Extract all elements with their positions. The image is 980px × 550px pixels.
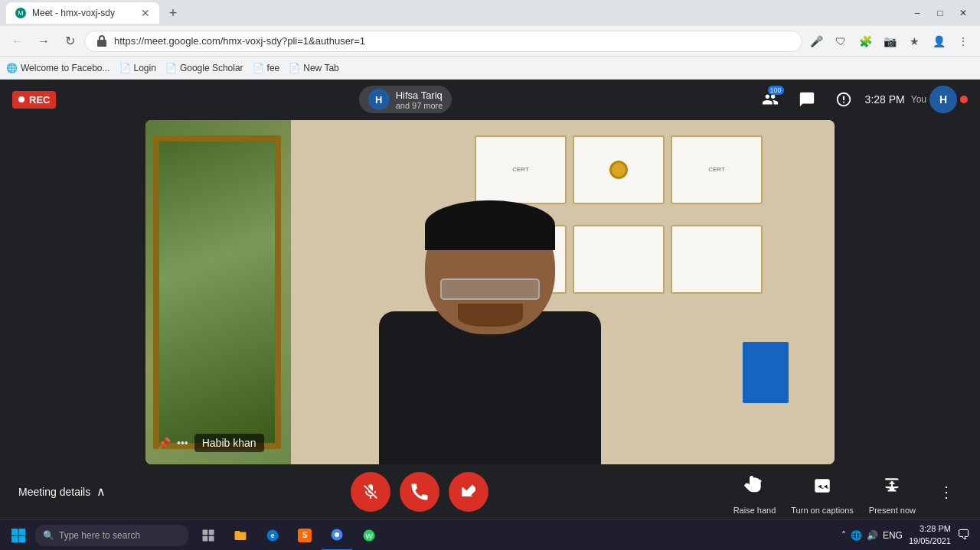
notification-button[interactable]: 🗨 xyxy=(957,527,971,543)
tray-arrow[interactable]: ˄ xyxy=(841,530,846,541)
participant-more: and 97 more xyxy=(396,101,443,110)
activities-icon xyxy=(835,91,852,108)
taskbar-app-edge[interactable]: e xyxy=(257,520,288,551)
chip-avatar: H xyxy=(368,89,390,110)
certificate-3: CERT xyxy=(671,135,763,204)
url-bar[interactable]: https://meet.google.com/hmx-voxj-sdy?pli… xyxy=(84,31,802,52)
maximize-button[interactable]: □ xyxy=(929,5,951,21)
activities-button[interactable] xyxy=(828,84,859,115)
svg-rect-5 xyxy=(209,529,214,535)
taskbar-app-chrome[interactable] xyxy=(322,520,352,551)
video-scene: CERT CERT xyxy=(145,120,835,464)
browser-frame: M Meet - hmx-voxj-sdy ✕ + – □ ✕ ← → ↻ ht… xyxy=(0,0,980,550)
taskbar-search[interactable]: 🔍 Type here to search xyxy=(35,525,188,546)
forward-button[interactable]: → xyxy=(32,30,55,53)
captions-icon-circle xyxy=(805,469,839,503)
svg-point-11 xyxy=(335,532,339,537)
bookmark-scholar[interactable]: 📄 Google Scholar xyxy=(165,63,243,73)
profile-icon[interactable]: 👤 xyxy=(928,31,949,52)
more-options-button[interactable]: ⋮ xyxy=(931,477,962,507)
more-options-video: ••• xyxy=(177,437,188,449)
bookmark-label-fee: fee xyxy=(267,63,280,73)
meeting-details-label: Meeting details xyxy=(18,486,90,498)
controls-center xyxy=(351,472,488,512)
svg-rect-1 xyxy=(19,529,26,535)
tab-favicon: M xyxy=(15,8,26,18)
bookmark-label-login: Login xyxy=(134,63,156,73)
svg-text:e: e xyxy=(271,532,275,539)
back-button[interactable]: ← xyxy=(6,30,29,53)
new-tab-button[interactable]: + xyxy=(162,2,184,24)
rec-badge: REC xyxy=(12,91,56,109)
taskbar-apps: e S W xyxy=(193,520,384,551)
bookmark-facebook[interactable]: 🌐 Welcome to Facebo... xyxy=(6,63,110,73)
participant-initial: H xyxy=(375,94,382,106)
captions-label: Turn on captions xyxy=(791,506,854,515)
person-body xyxy=(379,311,601,464)
bookmark-newtab[interactable]: 📄 New Tab xyxy=(289,63,338,73)
taskbar-app-app1[interactable]: S xyxy=(289,520,320,551)
header-right: 100 3:28 PM You H xyxy=(755,84,968,115)
participants-chip[interactable]: H Hifsa Tariq and 97 more xyxy=(359,86,452,113)
minimize-button[interactable]: – xyxy=(906,5,928,21)
svg-rect-7 xyxy=(209,535,214,541)
bookmark-icon[interactable]: ★ xyxy=(903,31,925,52)
whatsapp-icon: W xyxy=(362,529,376,542)
search-icon: 🔍 xyxy=(43,530,54,541)
user-avatar[interactable]: H xyxy=(929,86,957,113)
video-area: CERT CERT xyxy=(0,120,980,464)
tab-label: Meet - hmx-voxj-sdy xyxy=(32,8,115,18)
taskbar-app-explorer[interactable] xyxy=(225,520,256,551)
present-button[interactable]: Present now xyxy=(869,469,916,515)
bookmark-fee[interactable]: 📄 fee xyxy=(253,63,280,73)
nav-bar: ← → ↻ https://meet.google.com/hmx-voxj-s… xyxy=(0,26,980,57)
person-beard xyxy=(458,304,523,327)
app1-icon: S xyxy=(298,529,312,542)
meeting-details-button[interactable]: Meeting details ∧ xyxy=(18,484,106,499)
taskbar-app-whatsapp[interactable]: W xyxy=(354,520,384,551)
more-menu-icon[interactable]: ⋮ xyxy=(952,31,974,52)
bookmark-login[interactable]: 📄 Login xyxy=(119,63,156,73)
mute-button[interactable] xyxy=(351,472,390,512)
tab-close-button[interactable]: ✕ xyxy=(141,7,150,19)
blue-poster xyxy=(743,342,789,403)
window-frame xyxy=(153,135,281,449)
reload-button[interactable]: ↻ xyxy=(58,30,81,53)
chat-button[interactable] xyxy=(792,84,822,115)
camera-off-icon xyxy=(459,483,478,501)
bottom-bar: Meeting details ∧ xyxy=(0,464,980,519)
taskbar-app-taskview[interactable] xyxy=(193,520,224,551)
bookmark-label-newtab: New Tab xyxy=(303,63,338,73)
rec-indicator xyxy=(18,96,24,103)
certificate-2 xyxy=(573,135,665,204)
camera-button[interactable] xyxy=(449,472,488,512)
bookmark-favicon-fee: 📄 xyxy=(253,63,264,73)
explorer-icon xyxy=(234,529,247,542)
taskbar-right: ˄ 🌐 🔊 ENG 3:28 PM 19/05/2021 🗨 xyxy=(841,523,977,547)
bookmark-label-scholar: Google Scholar xyxy=(180,63,243,73)
participant-name-badge: Habib khan xyxy=(194,434,264,452)
captions-button[interactable]: Turn on captions xyxy=(791,469,854,515)
user-initial: H xyxy=(939,93,947,106)
header-center: H Hifsa Tariq and 97 more xyxy=(359,86,452,113)
extension-icon[interactable]: 🧩 xyxy=(854,31,876,52)
person-glasses xyxy=(440,278,540,300)
participants-button[interactable]: 100 xyxy=(755,84,786,115)
shield-icon[interactable]: 🛡 xyxy=(830,31,851,52)
certificate-1: CERT xyxy=(475,135,567,204)
search-placeholder: Type here to search xyxy=(59,530,140,541)
bookmark-favicon-newtab: 📄 xyxy=(289,63,300,73)
screen-share-icon[interactable]: 📷 xyxy=(879,31,900,52)
participant-name-overlay: 📌 ••• Habib khan xyxy=(158,434,264,452)
person-hair xyxy=(425,200,555,250)
user-section: You H xyxy=(911,86,968,113)
system-tray: ˄ 🌐 🔊 ENG xyxy=(841,530,903,541)
bookmark-label-facebook: Welcome to Facebo... xyxy=(21,63,110,73)
start-button[interactable] xyxy=(3,520,34,551)
raise-hand-button[interactable]: Raise hand xyxy=(733,469,776,515)
active-tab[interactable]: M Meet - hmx-voxj-sdy ✕ xyxy=(6,2,159,24)
rec-label: REC xyxy=(29,94,50,106)
close-button[interactable]: ✕ xyxy=(952,5,974,21)
end-call-button[interactable] xyxy=(400,472,439,512)
mic-icon[interactable]: 🎤 xyxy=(805,31,827,52)
